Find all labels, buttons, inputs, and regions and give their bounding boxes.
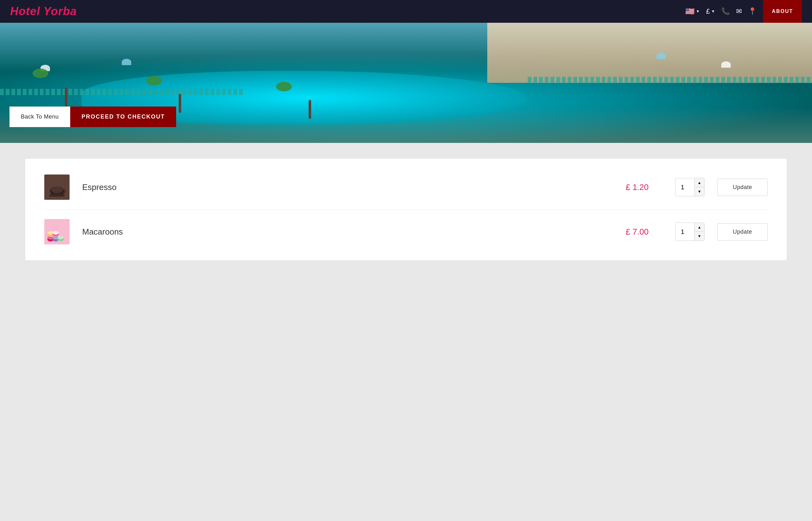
- quantity-input-espresso[interactable]: [675, 178, 694, 196]
- email-icon[interactable]: ✉: [736, 7, 742, 16]
- language-selector[interactable]: 🇺🇸 ▼: [685, 7, 700, 16]
- chairs-right: [528, 77, 812, 83]
- cart-section: Espresso £ 1.20 ▲ ▼ Update: [0, 143, 812, 276]
- hero-section: Back To Menu PROCEED TO CHECKOUT: [0, 23, 812, 143]
- hero-buttons: Back To Menu PROCEED TO CHECKOUT: [9, 107, 176, 127]
- quantity-spinners-espresso: ▲ ▼: [694, 178, 704, 196]
- umbrella-4: [656, 53, 666, 59]
- item-thumbnail-espresso: [44, 175, 70, 200]
- macaroons-image: [44, 219, 70, 244]
- phone-icon[interactable]: 📞: [721, 7, 730, 16]
- svg-rect-4: [53, 194, 61, 195]
- flag-icon: 🇺🇸: [685, 7, 695, 16]
- palm-top-1: [32, 69, 48, 78]
- umbrella-2: [122, 59, 131, 65]
- item-quantity-macaroons[interactable]: ▲ ▼: [675, 223, 704, 241]
- svg-point-14: [58, 236, 64, 240]
- quantity-up-macaroons[interactable]: ▲: [695, 223, 704, 232]
- cart-card: Espresso £ 1.20 ▲ ▼ Update: [25, 159, 787, 260]
- quantity-up-espresso[interactable]: ▲: [695, 178, 704, 187]
- cart-item: Espresso £ 1.20 ▲ ▼ Update: [44, 165, 768, 210]
- currency-symbol: £: [706, 7, 710, 16]
- update-button-macaroons[interactable]: Update: [717, 223, 768, 241]
- header: Hotel Yorba 🇺🇸 ▼ £ ▼ 📞 ✉ 📍 ABOUT: [0, 0, 812, 23]
- espresso-image: [44, 175, 70, 200]
- svg-point-20: [52, 231, 59, 235]
- currency-selector[interactable]: £ ▼: [706, 7, 715, 16]
- item-price-espresso: £ 1.20: [612, 182, 662, 192]
- item-name-macaroons: Macaroons: [82, 227, 599, 237]
- buildings-visual: [487, 23, 812, 83]
- svg-point-3: [51, 186, 63, 193]
- quantity-spinners-macaroons: ▲ ▼: [694, 223, 704, 241]
- palm-top-2: [146, 76, 162, 85]
- proceed-to-checkout-button[interactable]: PROCEED TO CHECKOUT: [70, 107, 176, 127]
- chevron-down-icon: ▼: [711, 9, 715, 14]
- update-button-espresso[interactable]: Update: [717, 179, 768, 196]
- chevron-down-icon: ▼: [696, 9, 700, 14]
- item-thumbnail-macaroons: [44, 219, 70, 244]
- location-icon[interactable]: 📍: [748, 7, 757, 16]
- about-button[interactable]: ABOUT: [763, 0, 802, 23]
- item-quantity-espresso[interactable]: ▲ ▼: [675, 178, 704, 196]
- back-to-menu-button[interactable]: Back To Menu: [9, 107, 70, 127]
- item-name-espresso: Espresso: [82, 182, 599, 192]
- quantity-down-espresso[interactable]: ▼: [695, 187, 704, 196]
- item-price-macaroons: £ 7.00: [612, 227, 662, 237]
- palm-top-3: [276, 82, 292, 91]
- site-logo: Hotel Yorba: [10, 5, 77, 18]
- chairs-left: [0, 89, 244, 95]
- palm-1: [65, 88, 67, 107]
- quantity-down-macaroons[interactable]: ▼: [695, 232, 704, 241]
- header-controls: 🇺🇸 ▼ £ ▼ 📞 ✉ 📍 ABOUT: [685, 0, 802, 23]
- palm-2: [179, 94, 181, 113]
- umbrella-3: [721, 61, 731, 68]
- palm-3: [309, 100, 311, 119]
- cart-item: Macaroons £ 7.00 ▲ ▼ Update: [44, 210, 768, 254]
- quantity-input-macaroons[interactable]: [675, 223, 694, 241]
